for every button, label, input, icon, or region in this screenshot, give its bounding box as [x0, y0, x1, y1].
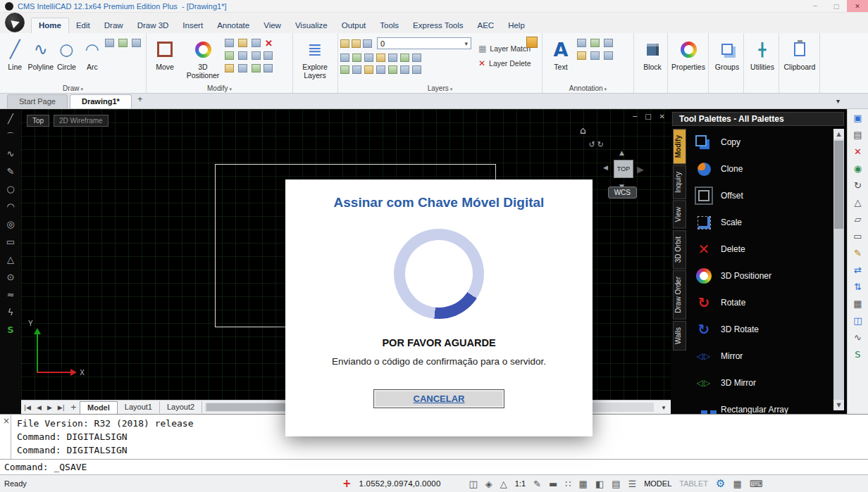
layer-tool-icon[interactable]: [400, 53, 409, 62]
tab-drawing1[interactable]: Drawing1*: [70, 94, 132, 108]
cube-up-arrow-icon[interactable]: ▲: [619, 149, 624, 156]
text-tool-button[interactable]: Text: [545, 35, 577, 82]
next-tab-button[interactable]: ▶: [44, 404, 55, 411]
prev-tab-button[interactable]: ◀: [34, 404, 44, 411]
layers-tool-icon[interactable]: ▤: [853, 130, 862, 141]
layer-tool-icon[interactable]: [364, 53, 373, 62]
layer-tool-icon[interactable]: [412, 65, 421, 74]
rotate-tool-icon[interactable]: ↻: [854, 180, 862, 191]
view-top-button[interactable]: Top: [27, 115, 49, 127]
delta-icon[interactable]: △: [500, 479, 507, 489]
globe-tool-icon[interactable]: ◉: [854, 163, 862, 175]
palette-scrollbar[interactable]: ▲ ▼: [833, 129, 844, 410]
grid-toggle-icon[interactable]: ▦: [579, 479, 588, 489]
coordinates-display[interactable]: 1.0552,9.0974,0.0000: [359, 479, 441, 488]
layer-on-icon[interactable]: [340, 39, 349, 48]
palette-item-scale[interactable]: Scale: [689, 209, 830, 236]
donut-tool-icon[interactable]: ◎: [6, 219, 14, 230]
palette-scroll-thumb[interactable]: [834, 141, 843, 229]
tab-aec[interactable]: AEC: [471, 18, 502, 33]
tab-visualize[interactable]: Visualize: [288, 18, 335, 33]
tab-start-page[interactable]: Start Page: [7, 94, 68, 108]
table-tool-icon[interactable]: [604, 39, 613, 47]
osnap-icon[interactable]: ◈: [485, 479, 492, 489]
palette-item-delete[interactable]: Delete: [689, 236, 830, 263]
layer-freeze-icon[interactable]: [352, 39, 361, 48]
circle-tool-button[interactable]: Circle: [54, 35, 79, 82]
model-space-toggle[interactable]: MODEL: [644, 479, 671, 488]
pencil-tool-icon[interactable]: ✎: [854, 248, 862, 259]
copy-tool-icon[interactable]: ▣: [853, 113, 862, 124]
tab-output[interactable]: Output: [335, 18, 373, 33]
window-tool-icon[interactable]: ◫: [853, 315, 862, 327]
erase-tool-icon[interactable]: ✕: [854, 146, 862, 158]
palette-item-offset[interactable]: Offset: [689, 182, 830, 209]
arc-tool-button[interactable]: Arc: [80, 35, 105, 82]
model-tab[interactable]: Model: [80, 401, 118, 414]
copy-tool-icon[interactable]: [225, 39, 234, 47]
palette-item-copy[interactable]: Copy: [689, 129, 830, 156]
properties-button[interactable]: Properties: [670, 35, 707, 82]
tab-draw[interactable]: Draw: [97, 18, 130, 33]
layer-tool-icon[interactable]: [388, 65, 397, 74]
palette-tab-3d-orbit[interactable]: 3D Orbit: [673, 230, 686, 269]
mdi-minimize-icon[interactable]: ─: [633, 113, 637, 120]
array-tool-icon[interactable]: [252, 64, 261, 72]
layer-match-button[interactable]: Layer Match: [478, 41, 531, 56]
palette-item-rotate[interactable]: Rotate: [689, 289, 830, 316]
cube-left-arrow-icon[interactable]: ◀: [603, 164, 608, 171]
line-tool-icon[interactable]: ╱: [8, 113, 13, 125]
tab-tools[interactable]: Tools: [373, 18, 406, 33]
point-tool-icon[interactable]: ⊙: [7, 272, 15, 283]
leader-tool-icon[interactable]: [590, 39, 600, 47]
dimension-tool-icon[interactable]: [577, 39, 586, 47]
new-layout-button[interactable]: +: [68, 403, 80, 412]
annotate-icon[interactable]: ✎: [533, 479, 541, 489]
layers-panel-label[interactable]: Layers: [338, 84, 542, 92]
explore-layers-button[interactable]: Explore Layers: [295, 35, 335, 82]
line-tool-button[interactable]: Line: [2, 35, 27, 82]
palette-item-3d-positioner[interactable]: 3D Positioner: [689, 263, 830, 289]
layer-tool-icon[interactable]: [412, 53, 421, 62]
annotation-scale-display[interactable]: 1:1: [515, 479, 526, 488]
join-tool-icon[interactable]: [264, 64, 273, 72]
close-button[interactable]: ✕: [847, 0, 868, 12]
offset-tool-icon[interactable]: [225, 51, 234, 60]
last-tab-button[interactable]: ▶|: [55, 404, 68, 411]
tablet-toggle[interactable]: TABLET: [679, 479, 708, 488]
polyline-tool-button[interactable]: Polyline: [27, 35, 54, 82]
grid-tool-icon[interactable]: ▦: [853, 298, 862, 310]
spline-tool-icon[interactable]: [132, 39, 141, 47]
parallelogram-tool-icon[interactable]: ▱: [855, 214, 862, 225]
stretch-tool-icon[interactable]: [225, 64, 234, 72]
tab-home[interactable]: Home: [31, 18, 69, 33]
scroll-down-icon[interactable]: ▼: [833, 400, 844, 410]
curve-tool-icon[interactable]: ∿: [854, 332, 862, 343]
palette-item-clone[interactable]: Clone: [689, 156, 830, 182]
layer-tool-icon[interactable]: [376, 65, 385, 74]
home-view-icon[interactable]: ⌂: [580, 125, 586, 136]
viewport-toggle-icon[interactable]: ◫: [469, 479, 478, 489]
tab-edit[interactable]: Edit: [69, 18, 97, 33]
snap-dots-icon[interactable]: ∷: [565, 479, 571, 489]
maximize-button[interactable]: □: [826, 0, 847, 12]
layout2-tab[interactable]: Layout2: [160, 401, 202, 413]
swap-horizontal-icon[interactable]: ⇄: [854, 265, 862, 276]
tab-annotate[interactable]: Annotate: [210, 18, 256, 33]
triangle-tool-icon[interactable]: △: [855, 197, 862, 208]
draw-panel-label[interactable]: Draw: [0, 84, 146, 92]
groups-button[interactable]: Groups: [711, 35, 743, 82]
rectangle-tool-icon[interactable]: ▭: [853, 231, 862, 242]
mirror-tool-icon[interactable]: [252, 39, 261, 47]
palette-tab-walls[interactable]: Walls: [673, 321, 686, 351]
tab-help[interactable]: Help: [501, 18, 532, 33]
tab-draw-3d[interactable]: Draw 3D: [130, 18, 176, 33]
rotate-tool-icon[interactable]: [238, 39, 247, 47]
annotation-panel-label[interactable]: Annotation: [542, 84, 633, 92]
layer-tool-icon[interactable]: [340, 53, 349, 62]
block-button[interactable]: Block: [636, 35, 669, 82]
modify-panel-label[interactable]: Modify: [147, 84, 292, 92]
lineweight-icon[interactable]: ▬: [549, 479, 557, 489]
arc3pt-tool-icon[interactable]: ◠: [6, 201, 14, 213]
layer-tool-icon[interactable]: [388, 53, 397, 62]
